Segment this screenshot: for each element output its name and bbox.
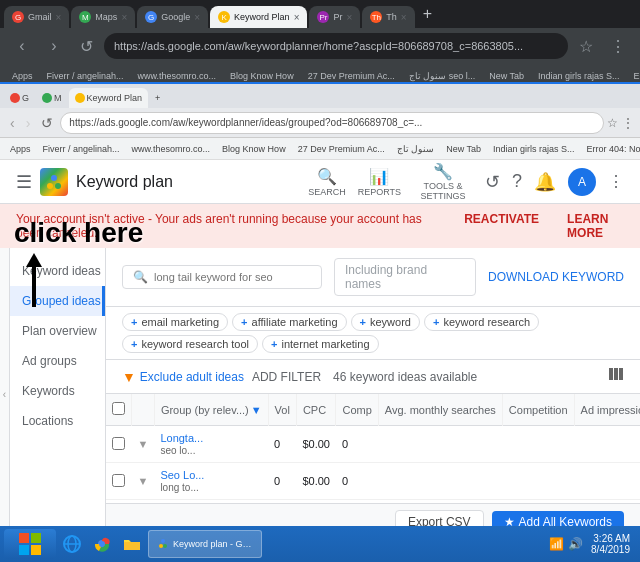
ads-logo-area: ☰ Keyword plan: [16, 168, 308, 196]
forward-button[interactable]: ›: [40, 32, 68, 60]
filter-bar: ▼ Exclude adult ideas ADD FILTER 46 keyw…: [106, 360, 640, 394]
bm2-thesomro[interactable]: www.thesomro.co...: [128, 142, 215, 156]
header-competition[interactable]: Competition: [502, 394, 574, 426]
bm2-blog[interactable]: Blog Know How: [218, 142, 290, 156]
svg-rect-6: [19, 533, 29, 543]
bm2-apps[interactable]: Apps: [6, 142, 35, 156]
header-comp[interactable]: Comp: [336, 394, 378, 426]
tag-internet-marketing[interactable]: +internet marketing: [262, 335, 378, 353]
sidebar-item-locations[interactable]: Locations: [10, 406, 105, 436]
header-group[interactable]: Group (by relev...)▼: [154, 394, 268, 426]
account-avatar[interactable]: A: [568, 168, 596, 196]
download-keyword-button[interactable]: DOWNLOAD KEYWORD: [488, 270, 624, 284]
brand-names-field[interactable]: Including brand names: [334, 258, 476, 296]
tag-keyword-research[interactable]: +keyword research: [424, 313, 539, 331]
exclude-adult-label: Exclude adult ideas: [140, 370, 244, 384]
reload-button[interactable]: ↺: [72, 32, 100, 60]
tab2-maps[interactable]: M: [36, 88, 68, 108]
search-nav-btn[interactable]: 🔍 SEARCH: [308, 167, 346, 197]
sidebar-item-plan-overview[interactable]: Plan overview: [10, 316, 105, 346]
bookmark-arabic[interactable]: سنول تاج seo l...: [405, 69, 480, 83]
more-options-icon[interactable]: ⋮: [608, 172, 624, 191]
row1-impression: [574, 426, 640, 463]
star-icon-2[interactable]: ☆: [607, 116, 618, 130]
tools-nav-btn[interactable]: 🔧 TOOLS & SETTINGS: [413, 162, 473, 202]
bookmark-error[interactable]: Error 404: Not Found: [630, 69, 640, 83]
exclude-adult-btn[interactable]: ▼ Exclude adult ideas: [122, 369, 244, 385]
bm2-error[interactable]: Error 404: Not Found: [583, 142, 640, 156]
table-row: ▼ Seo Lo...long to... 0 $0.00 0: [106, 463, 640, 500]
new-tab-button[interactable]: +: [417, 5, 438, 23]
bm2-arabic[interactable]: سنول تاج: [393, 142, 439, 156]
tab-keyword-plan[interactable]: KKeyword Plan×: [210, 6, 307, 28]
notifications-icon[interactable]: 🔔: [534, 171, 556, 193]
tab-maps[interactable]: MMaps×: [71, 6, 135, 28]
tag-keyword[interactable]: +keyword: [351, 313, 420, 331]
tab2-keyword[interactable]: Keyword Plan: [69, 88, 149, 108]
help-icon[interactable]: ?: [512, 171, 522, 192]
bm2-fiverr[interactable]: Fiverr / angelinah...: [39, 142, 124, 156]
back-button[interactable]: ‹: [8, 32, 36, 60]
add-filter-button[interactable]: ADD FILTER: [252, 370, 321, 384]
bookmark-apps[interactable]: Apps: [8, 69, 37, 83]
row2-cpc: $0.00: [296, 463, 336, 500]
bm2-27dev[interactable]: 27 Dev Premium Ac...: [294, 142, 389, 156]
row2-expand[interactable]: ▼: [132, 463, 155, 500]
taskbar-folder-icon[interactable]: [118, 530, 146, 558]
header-cpc[interactable]: CPC: [296, 394, 336, 426]
back-btn-2[interactable]: ‹: [6, 113, 19, 133]
menu-icon-2[interactable]: ⋮: [622, 116, 634, 130]
hamburger-icon[interactable]: ☰: [16, 171, 32, 193]
reports-nav-btn[interactable]: 📊 REPORTS: [358, 167, 401, 197]
search-nav-label: SEARCH: [308, 187, 346, 197]
row1-expand[interactable]: ▼: [132, 426, 155, 463]
reactivate-button[interactable]: REACTIVATE: [464, 212, 539, 240]
taskbar-ie-icon[interactable]: [58, 530, 86, 558]
tab2-gmail[interactable]: G: [4, 88, 35, 108]
tab-gmail[interactable]: GGmail×: [4, 6, 69, 28]
keyword-tags-area: +email marketing +affiliate marketing +k…: [106, 307, 640, 360]
bookmark-newtab[interactable]: New Tab: [485, 69, 528, 83]
tab-pr[interactable]: PrPr×: [309, 6, 360, 28]
row2-checkbox[interactable]: [112, 474, 125, 487]
start-button[interactable]: [4, 529, 56, 559]
address-bar-2[interactable]: https://ads.google.com/aw/keywordplanner…: [60, 112, 604, 134]
tag-keyword-research-tool[interactable]: +keyword research tool: [122, 335, 258, 353]
address-bar-1[interactable]: https://ads.google.com/aw/keywordplanner…: [104, 33, 568, 59]
header-vol[interactable]: Vol: [268, 394, 296, 426]
keyword-search-box[interactable]: 🔍: [122, 265, 322, 289]
learn-more-button[interactable]: LEARN MORE: [567, 212, 624, 240]
header-ad-impression[interactable]: Ad impression share: [574, 394, 640, 426]
tab2-new[interactable]: +: [149, 88, 166, 108]
bookmark-thesomro[interactable]: www.thesomro.co...: [134, 69, 221, 83]
refresh-icon[interactable]: ↺: [485, 171, 500, 193]
taskbar-ads-app[interactable]: Keyword plan - Google: [148, 530, 262, 558]
sidebar-item-keywords[interactable]: Keywords: [10, 376, 105, 406]
row2-group: Seo Lo...long to...: [154, 463, 268, 500]
taskbar-chrome-icon[interactable]: [88, 530, 116, 558]
sidebar-collapse-btn[interactable]: ‹: [0, 248, 10, 540]
search-bar-area: 🔍 Including brand names DOWNLOAD KEYWORD: [106, 248, 640, 307]
bm2-newtab[interactable]: New Tab: [442, 142, 485, 156]
tab-google[interactable]: GGoogle×: [137, 6, 208, 28]
bookmark-indian[interactable]: Indian girls rajas S...: [534, 69, 624, 83]
extensions[interactable]: ⋮: [604, 32, 632, 60]
tag-email-marketing[interactable]: +email marketing: [122, 313, 228, 331]
bookmark-star[interactable]: ☆: [572, 32, 600, 60]
bookmark-fiverr[interactable]: Fiverr / angelinah...: [43, 69, 128, 83]
time-display: 3:26 AM 8/4/2019: [591, 533, 630, 555]
browser2-navbar: ‹ › ↺ https://ads.google.com/aw/keywordp…: [0, 108, 640, 138]
sidebar-item-ad-groups[interactable]: Ad groups: [10, 346, 105, 376]
header-avg-monthly[interactable]: Avg. monthly searches: [378, 394, 502, 426]
columns-button[interactable]: [608, 366, 624, 387]
tag-affiliate-marketing[interactable]: +affiliate marketing: [232, 313, 346, 331]
bookmark-27dev[interactable]: 27 Dev Premium Ac...: [304, 69, 399, 83]
bm2-indian[interactable]: Indian girls rajas S...: [489, 142, 579, 156]
bookmark-blog[interactable]: Blog Know How: [226, 69, 298, 83]
keyword-search-input[interactable]: [154, 271, 304, 283]
row1-checkbox-cell: [106, 426, 132, 463]
tab-th[interactable]: ThTh×: [362, 6, 414, 28]
reload-btn-2[interactable]: ↺: [37, 113, 57, 133]
row1-checkbox[interactable]: [112, 437, 125, 450]
select-all-checkbox[interactable]: [112, 402, 125, 415]
